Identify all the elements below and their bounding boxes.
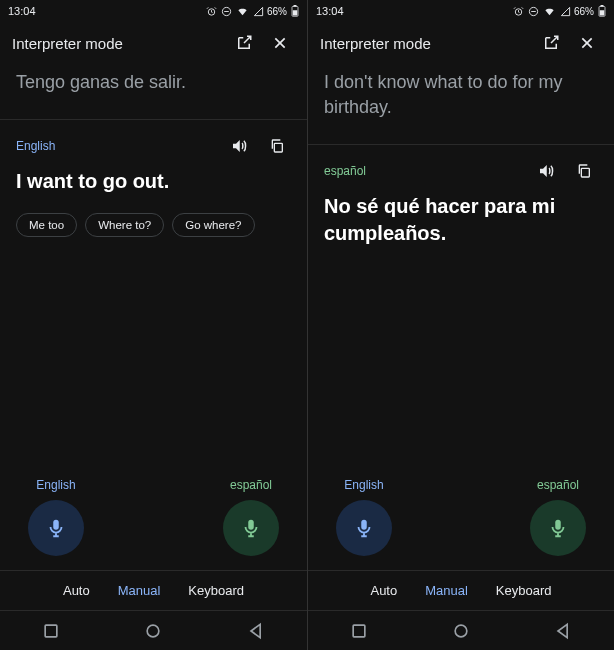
nav-recent-icon[interactable] [41, 621, 61, 641]
phone-right: 13:04 66% Interpreter mode I don't know … [307, 0, 614, 650]
input-modes: Auto Manual Keyboard [308, 571, 614, 610]
pop-out-icon[interactable] [229, 28, 259, 58]
mode-keyboard[interactable]: Keyboard [188, 583, 244, 598]
mic-lang-label: español [230, 478, 272, 492]
battery-icon [598, 5, 606, 17]
header-title: Interpreter mode [320, 35, 530, 52]
copy-icon[interactable] [263, 132, 291, 160]
mode-auto[interactable]: Auto [63, 583, 90, 598]
wifi-icon [236, 6, 249, 17]
svg-rect-7 [45, 625, 57, 637]
microphone-icon [45, 517, 67, 539]
svg-rect-13 [601, 5, 604, 7]
mic-lang-label: English [36, 478, 75, 492]
svg-point-8 [148, 625, 160, 637]
status-bar: 13:04 66% [308, 0, 614, 22]
android-navbar [308, 610, 614, 650]
mic-row: English español [308, 478, 614, 570]
mic-lang-label: español [537, 478, 579, 492]
mic-button-english[interactable] [336, 500, 392, 556]
suggestion-chips: Me too Where to? Go where? [0, 207, 307, 243]
mic-spanish: español [530, 478, 586, 556]
svg-rect-5 [293, 10, 298, 15]
battery-icon [291, 5, 299, 17]
nav-home-icon[interactable] [451, 621, 471, 641]
chip[interactable]: Me too [16, 213, 77, 237]
svg-rect-2 [224, 11, 229, 12]
translation-language: español [324, 164, 366, 178]
android-navbar [0, 610, 307, 650]
translation-text: I want to go out. [0, 168, 307, 207]
nav-back-icon[interactable] [246, 621, 266, 641]
nav-back-icon[interactable] [553, 621, 573, 641]
nav-recent-icon[interactable] [349, 621, 369, 641]
signal-icon [560, 6, 571, 17]
mic-button-spanish[interactable] [223, 500, 279, 556]
mic-button-english[interactable] [28, 500, 84, 556]
chip[interactable]: Where to? [85, 213, 164, 237]
translation-text: No sé qué hacer para mi cumpleaños. [308, 193, 614, 259]
translation-header: español [308, 145, 614, 193]
alarm-icon [206, 6, 217, 17]
source-text: Tengo ganas de salir. [0, 64, 307, 119]
translation-header: English [0, 120, 307, 168]
clock: 13:04 [316, 5, 344, 17]
mic-english: English [336, 478, 392, 556]
mode-manual[interactable]: Manual [425, 583, 468, 598]
svg-rect-6 [274, 144, 282, 153]
mic-english: English [28, 478, 84, 556]
speaker-icon[interactable] [532, 157, 560, 185]
alarm-icon [513, 6, 524, 17]
close-icon[interactable] [572, 28, 602, 58]
source-text: I don't know what to do for my birthday. [308, 64, 614, 144]
clock: 13:04 [8, 5, 36, 17]
dnd-icon [221, 6, 232, 17]
nav-home-icon[interactable] [143, 621, 163, 641]
mode-auto[interactable]: Auto [370, 583, 397, 598]
svg-point-17 [455, 625, 467, 637]
microphone-icon [353, 517, 375, 539]
phone-left: 13:04 66% Interpreter mode Tengo ganas d… [0, 0, 307, 650]
battery-text: 66% [574, 6, 594, 17]
app-header: Interpreter mode [0, 22, 307, 64]
svg-rect-4 [294, 5, 297, 7]
speaker-icon[interactable] [225, 132, 253, 160]
wifi-icon [543, 6, 556, 17]
mic-button-spanish[interactable] [530, 500, 586, 556]
status-bar: 13:04 66% [0, 0, 307, 22]
close-icon[interactable] [265, 28, 295, 58]
mic-lang-label: English [344, 478, 383, 492]
svg-rect-14 [600, 10, 605, 15]
input-modes: Auto Manual Keyboard [0, 571, 307, 610]
translation-language: English [16, 139, 55, 153]
mode-manual[interactable]: Manual [118, 583, 161, 598]
pop-out-icon[interactable] [536, 28, 566, 58]
app-header: Interpreter mode [308, 22, 614, 64]
microphone-icon [547, 517, 569, 539]
svg-rect-16 [353, 625, 365, 637]
signal-icon [253, 6, 264, 17]
battery-text: 66% [267, 6, 287, 17]
chip[interactable]: Go where? [172, 213, 254, 237]
svg-rect-15 [581, 169, 589, 178]
mode-keyboard[interactable]: Keyboard [496, 583, 552, 598]
microphone-icon [240, 517, 262, 539]
mic-spanish: español [223, 478, 279, 556]
svg-rect-11 [531, 11, 536, 12]
mic-row: English español [0, 478, 307, 570]
dnd-icon [528, 6, 539, 17]
copy-icon[interactable] [570, 157, 598, 185]
header-title: Interpreter mode [12, 35, 223, 52]
